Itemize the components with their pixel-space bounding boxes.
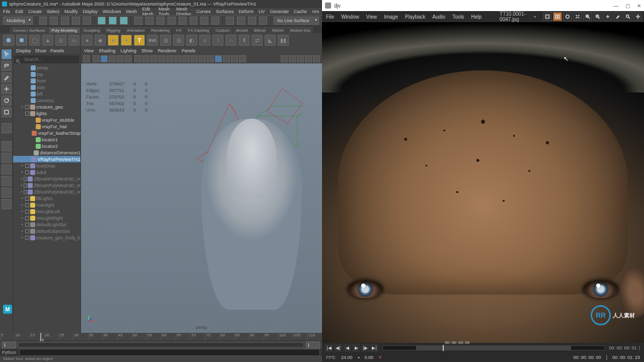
- layout-two-h[interactable]: [2, 164, 12, 174]
- expand-icon[interactable]: +: [20, 209, 24, 214]
- sym3-button[interactable]: [248, 17, 256, 25]
- vp-menu-item[interactable]: Panels: [182, 48, 196, 53]
- visibility-box[interactable]: [24, 177, 27, 181]
- shelf-bridge[interactable]: ⇄: [252, 35, 263, 46]
- command-input[interactable]: [19, 349, 320, 356]
- menu-mesh[interactable]: Mesh: [126, 9, 137, 14]
- tc-in[interactable]: 00: 00: 00: 00: [573, 355, 601, 360]
- vp-view-transform[interactable]: [297, 55, 304, 62]
- save-scene-button[interactable]: [61, 17, 69, 25]
- djv-menubar[interactable]: FileWindowViewImagePlaybackAudioToolsHel…: [322, 11, 644, 22]
- layout-ab-button[interactable]: [553, 12, 562, 21]
- menu-arn[interactable]: Arn: [312, 9, 319, 14]
- color-picker-button[interactable]: [613, 12, 622, 21]
- range-end-input[interactable]: [306, 341, 320, 348]
- menu-create[interactable]: Create: [28, 9, 42, 14]
- goto-end-button[interactable]: ▶|: [370, 344, 378, 352]
- vp-menu-item[interactable]: Shading: [99, 48, 115, 53]
- range-track[interactable]: [18, 342, 304, 347]
- layout-four[interactable]: [2, 153, 12, 163]
- snap-center-button[interactable]: [200, 17, 208, 25]
- visibility-box[interactable]: [25, 170, 29, 174]
- vp-dof[interactable]: [239, 55, 246, 62]
- sym2-button[interactable]: [237, 17, 245, 25]
- shelf-tabs[interactable]: Curves / SurfacesPoly ModelingSculptingR…: [0, 26, 322, 33]
- vp-safe-title[interactable]: [207, 55, 214, 62]
- vp-menu-item[interactable]: View: [84, 48, 94, 53]
- vp-xray-joints[interactable]: [150, 55, 157, 62]
- vp-safe-action[interactable]: [199, 55, 206, 62]
- tree-item[interactable]: vrayFur_stubble: [13, 117, 80, 123]
- shelf-cone[interactable]: ▲: [42, 35, 53, 46]
- tree-item[interactable]: +fillLight1: [13, 195, 80, 202]
- tree-item[interactable]: +subd: [13, 169, 80, 175]
- menu-file[interactable]: File: [3, 9, 11, 14]
- tree-item[interactable]: +ZBrushPolyMesh3D_vr: [13, 189, 80, 195]
- shelf-svg[interactable]: SVG: [147, 35, 158, 46]
- shelf-tab[interactable]: Rendering: [148, 27, 173, 33]
- goto-start-button[interactable]: |◀: [325, 344, 333, 352]
- scale-tool[interactable]: [2, 107, 12, 117]
- visibility-box[interactable]: [25, 216, 29, 220]
- vp-aa[interactable]: [231, 55, 238, 62]
- frame-scrubber[interactable]: 00: 00: 00: 04: [382, 345, 605, 350]
- vp-grid[interactable]: [158, 55, 166, 62]
- rotate-tool[interactable]: [2, 96, 12, 106]
- vp-menu-item[interactable]: Show: [141, 48, 153, 53]
- magnify-button[interactable]: [623, 12, 632, 21]
- undo-button[interactable]: [72, 17, 80, 25]
- redo-button[interactable]: [83, 17, 91, 25]
- shelf-polyseparate[interactable]: ⊟: [173, 35, 184, 46]
- visibility-box[interactable]: [25, 229, 29, 233]
- tree-item[interactable]: +rimLightRight: [13, 215, 80, 221]
- next-frame-button[interactable]: |▶: [361, 344, 369, 352]
- vp-lights[interactable]: [117, 55, 124, 62]
- vp-field-chart[interactable]: [191, 55, 198, 62]
- vp-motion-blur[interactable]: [223, 55, 230, 62]
- viewport-menu[interactable]: ViewShadingLightingShowRendererPanels: [81, 47, 322, 54]
- paint-select-tool[interactable]: [2, 72, 12, 82]
- djv-menu-item[interactable]: View: [366, 14, 377, 20]
- prev-frame-button[interactable]: ◀|: [334, 344, 342, 352]
- vp-shadows[interactable]: [125, 55, 132, 62]
- tree-item[interactable]: top: [13, 71, 80, 77]
- outliner-search-input[interactable]: [22, 57, 83, 62]
- shelf-tab[interactable]: Curves / Surfaces: [10, 27, 48, 33]
- tree-item[interactable]: +defaultLightSet: [13, 221, 80, 228]
- timeline-ruler[interactable]: 5101520253035404550556065707580859095100…: [0, 333, 322, 341]
- sym4-button[interactable]: [259, 17, 267, 25]
- zoom-fit-button[interactable]: [573, 12, 582, 21]
- play-reverse-button[interactable]: ◀: [343, 344, 351, 352]
- layout-outliner[interactable]: [2, 199, 12, 209]
- vp-exposure[interactable]: [281, 55, 288, 62]
- menu-surfaces[interactable]: Surfaces: [216, 9, 234, 14]
- tree-item[interactable]: +defaultObjectSet: [13, 228, 80, 234]
- snap-point-button[interactable]: [156, 17, 165, 25]
- minimize-button[interactable]: —: [613, 3, 618, 9]
- shelf-bool-inter[interactable]: ∩: [225, 35, 236, 46]
- shelf-tab[interactable]: Poly Modeling: [49, 27, 80, 33]
- play-forward-button[interactable]: ▶: [352, 344, 360, 352]
- select-mode-button[interactable]: [98, 17, 106, 25]
- shelf-bool-diff[interactable]: ∖: [212, 35, 223, 46]
- expand-icon[interactable]: +: [20, 105, 24, 109]
- shelf-tab[interactable]: Animation: [124, 27, 148, 33]
- expand-icon[interactable]: -: [20, 111, 24, 116]
- shelf-tab[interactable]: Custom: [212, 27, 232, 33]
- paint-select-button[interactable]: [120, 17, 128, 25]
- vp-gamma[interactable]: [289, 55, 296, 62]
- expand-icon[interactable]: +: [20, 235, 24, 240]
- snap-plane-button[interactable]: [168, 17, 176, 25]
- vp-menu-item[interactable]: Lighting: [120, 48, 136, 53]
- shelf-bool-union[interactable]: ∪: [199, 35, 210, 46]
- lasso-mode-button[interactable]: [109, 17, 117, 25]
- tree-item[interactable]: locator2: [13, 143, 80, 149]
- outliner-search[interactable]: ▾: [14, 55, 79, 63]
- shelf-torus[interactable]: ◎: [55, 35, 66, 46]
- frame-button[interactable]: [563, 12, 572, 21]
- tree-item[interactable]: +mainlight: [13, 202, 80, 208]
- vp-shaded[interactable]: [101, 55, 108, 62]
- visibility-box[interactable]: [25, 112, 29, 116]
- outliner-menu[interactable]: DisplayShowPanels: [13, 47, 80, 54]
- expand-icon[interactable]: +: [20, 163, 24, 168]
